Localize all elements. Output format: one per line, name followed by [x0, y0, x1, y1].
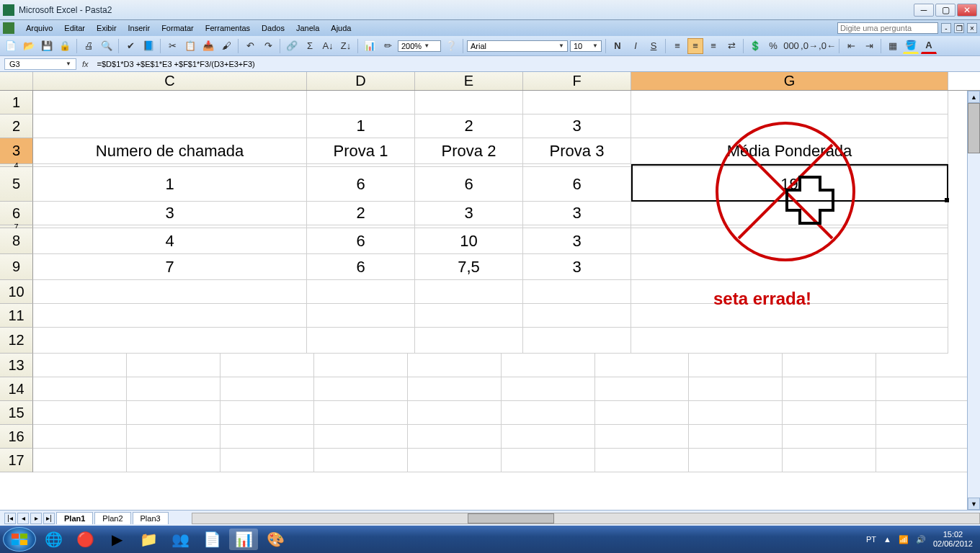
ask-input[interactable] [837, 22, 938, 34]
row-header[interactable]: 14 [0, 377, 33, 401]
cell[interactable]: 2 [307, 202, 415, 225]
fill-color-icon[interactable]: 🪣 [903, 38, 919, 54]
cell[interactable]: 3 [523, 254, 631, 280]
scroll-up-icon[interactable]: ▲ [968, 91, 980, 103]
research-icon[interactable]: 📘 [141, 38, 156, 54]
tab-nav-last-icon[interactable]: ▸| [43, 513, 55, 524]
menu-janela[interactable]: Janela [290, 22, 325, 34]
row-header[interactable]: 11 [0, 304, 33, 328]
thousands-icon[interactable]: 000 [783, 38, 799, 54]
col-header-g[interactable]: G [631, 72, 948, 90]
cell[interactable]: 4 [33, 228, 307, 254]
menu-inserir[interactable]: Inserir [122, 22, 156, 34]
scroll-thumb[interactable] [968, 103, 980, 153]
sort-desc-icon[interactable]: Z↓ [338, 38, 354, 54]
row-header[interactable]: 15 [0, 401, 33, 425]
merge-center-icon[interactable]: ⇄ [723, 38, 739, 54]
doc-minimize-button[interactable]: - [941, 23, 951, 33]
borders-icon[interactable]: ▦ [885, 38, 901, 54]
row-header[interactable]: 2 [0, 114, 33, 138]
formula-input[interactable]: =$D$1*D3 +$E$1*E3 +$F$1*F3/(D3+E3+F3) [94, 60, 980, 68]
row-header[interactable]: 16 [0, 425, 33, 449]
tab-nav-prev-icon[interactable]: ◂ [17, 513, 29, 524]
start-button[interactable] [3, 527, 36, 552]
menu-arquivo[interactable]: Arquivo [20, 22, 58, 34]
fontsize-select[interactable]: 10▼ [570, 40, 602, 52]
drawing-icon[interactable]: ✏ [380, 38, 396, 54]
taskbar-media-icon[interactable]: ▶ [102, 529, 131, 550]
name-box[interactable]: G3▼ [4, 58, 76, 70]
taskbar-messenger-icon[interactable]: 👥 [166, 529, 195, 550]
fx-icon[interactable]: fx [82, 60, 89, 68]
help-icon[interactable]: ❔ [443, 38, 459, 54]
sheet-tab-plan1[interactable]: Plan1 [56, 512, 93, 524]
cell[interactable]: 7 [33, 254, 307, 280]
format-painter-icon[interactable]: 🖌 [218, 38, 234, 54]
col-header-c[interactable]: C [33, 72, 307, 90]
col-header-d[interactable]: D [307, 72, 415, 90]
copy-icon[interactable]: 📋 [182, 38, 198, 54]
align-center-icon[interactable]: ≡ [687, 38, 703, 54]
cell[interactable]: 6 [307, 228, 415, 254]
print-icon[interactable]: 🖨 [81, 38, 97, 54]
row-header[interactable]: 5 [0, 167, 33, 202]
cell[interactable]: Média Ponderada [631, 138, 948, 164]
print-preview-icon[interactable]: 🔍 [99, 38, 115, 54]
tab-nav-first-icon[interactable]: |◂ [4, 513, 16, 524]
scroll-down-icon[interactable]: ▼ [968, 498, 980, 510]
minimize-button[interactable]: ─ [914, 4, 934, 17]
redo-icon[interactable]: ↷ [260, 38, 276, 54]
doc-restore-button[interactable]: ❐ [954, 23, 964, 33]
increase-decimal-icon[interactable]: ,0→ [801, 38, 817, 54]
row-header[interactable]: 12 [0, 328, 33, 354]
tray-volume-icon[interactable]: 🔊 [916, 535, 926, 544]
cell[interactable]: 6 [523, 167, 631, 202]
taskbar-chrome-icon[interactable]: 🔴 [71, 529, 99, 550]
cell[interactable]: Prova 2 [415, 138, 523, 164]
cell[interactable]: 6 [307, 254, 415, 280]
menu-editar[interactable]: Editar [58, 22, 91, 34]
row-header[interactable]: 13 [0, 354, 33, 377]
col-header-f[interactable]: F [523, 72, 631, 90]
save-icon[interactable]: 💾 [39, 38, 55, 54]
italic-icon[interactable]: I [628, 38, 643, 54]
cell[interactable]: 19 [631, 167, 948, 202]
row-header[interactable]: 10 [0, 280, 33, 304]
cell[interactable]: 6 [415, 167, 523, 202]
taskbar-excel-icon[interactable]: 📊 [229, 529, 258, 550]
chart-wizard-icon[interactable]: 📊 [362, 38, 378, 54]
select-all-corner[interactable] [0, 72, 33, 90]
row-header[interactable]: 17 [0, 449, 33, 472]
menu-dados[interactable]: Dados [256, 22, 290, 34]
font-select[interactable]: Arial▼ [467, 40, 568, 52]
cell[interactable]: 3 [523, 114, 631, 138]
cell[interactable]: Prova 3 [523, 138, 631, 164]
undo-icon[interactable]: ↶ [242, 38, 258, 54]
zoom-select[interactable]: 200%▼ [398, 40, 441, 52]
autosum-icon[interactable]: Σ [302, 38, 318, 54]
menu-formatar[interactable]: Formatar [156, 22, 200, 34]
permission-icon[interactable]: 🔒 [57, 38, 73, 54]
cell[interactable]: 6 [307, 167, 415, 202]
increase-indent-icon[interactable]: ⇥ [861, 38, 877, 54]
align-right-icon[interactable]: ≡ [705, 38, 721, 54]
align-left-icon[interactable]: ≡ [669, 38, 685, 54]
horizontal-scrollbar[interactable] [192, 513, 980, 524]
cell[interactable]: Numero de chamada [33, 138, 307, 164]
cut-icon[interactable]: ✂ [164, 38, 180, 54]
hscroll-thumb[interactable] [468, 513, 554, 523]
cell[interactable]: 3 [523, 228, 631, 254]
font-color-icon[interactable]: A [921, 38, 937, 54]
vertical-scrollbar[interactable]: ▲ ▼ [967, 91, 980, 510]
taskbar-ie-icon[interactable]: 🌐 [39, 529, 68, 550]
cell[interactable]: 1 [33, 167, 307, 202]
sheet-tab-plan3[interactable]: Plan3 [133, 512, 169, 524]
underline-icon[interactable]: S [646, 38, 662, 54]
menu-ferramentas[interactable]: Ferramentas [200, 22, 256, 34]
tray-lang[interactable]: PT [866, 535, 876, 544]
tab-nav-next-icon[interactable]: ▸ [30, 513, 42, 524]
open-icon[interactable]: 📂 [21, 38, 37, 54]
cell[interactable]: 3 [415, 202, 523, 225]
menu-exibir[interactable]: Exibir [91, 22, 122, 34]
row-header[interactable]: 1 [0, 91, 33, 114]
